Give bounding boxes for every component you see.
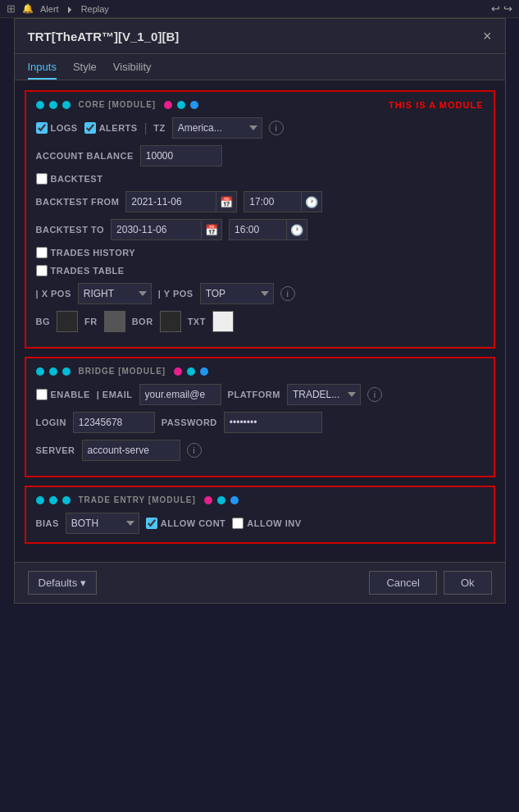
- pos-info-icon[interactable]: i: [280, 286, 295, 301]
- allow-cont-cb-wrap: ALLOW CONT: [146, 518, 226, 529]
- trades-history-cb-wrap: TRADES HISTORY: [36, 247, 136, 258]
- backtest-to-date-wrap: 📅: [111, 219, 222, 240]
- tz-select[interactable]: America... America/New_York UTC: [172, 117, 262, 139]
- tab-bar: Inputs Style Visibility: [15, 54, 505, 80]
- backtest-from-time-input[interactable]: [244, 191, 301, 212]
- email-input[interactable]: [139, 384, 221, 405]
- core-module-label: CORE [MODULE]: [79, 100, 157, 109]
- logs-checkbox[interactable]: [36, 122, 48, 134]
- backtest-to-time-input[interactable]: [229, 219, 286, 240]
- dialog-title: TRT[TheATR™][V_1_0][B]: [28, 30, 180, 43]
- platform-label: PLATFORM: [228, 390, 280, 399]
- backtest-from-row: BACKTEST FROM 📅 🕐: [36, 191, 484, 212]
- ypos-select[interactable]: TOP BOTTOM CENTER: [200, 283, 274, 304]
- backtest-from-label: BACKTEST FROM: [36, 197, 120, 207]
- clock-icon-to[interactable]: 🕐: [286, 219, 307, 240]
- alerts-label: ALERTS: [99, 123, 138, 133]
- te-dot-blue: [230, 496, 239, 504]
- trades-history-row: TRADES HISTORY: [36, 247, 484, 258]
- grid-icon: ⊞: [7, 2, 16, 15]
- replay-label: Replay: [81, 4, 109, 14]
- dot-cyan-2: [49, 101, 57, 109]
- account-balance-input[interactable]: [140, 145, 222, 167]
- alerts-checkbox[interactable]: [84, 122, 96, 134]
- dot-blue-1: [190, 101, 198, 109]
- bor-swatch[interactable]: [160, 311, 181, 332]
- allow-inv-checkbox[interactable]: [232, 518, 244, 529]
- footer-action-buttons: Cancel Ok: [369, 571, 491, 595]
- pipe-1: |: [144, 121, 148, 135]
- backtest-from-date-input[interactable]: [125, 191, 216, 212]
- bridge-enable-row: ENABLE | EMAIL PLATFORM TRADEL... MT4 MT…: [36, 384, 484, 405]
- alert-icon: 🔔: [22, 3, 34, 14]
- core-module-box: CORE [MODULE] THIS IS A MODULE LOGS ALER…: [25, 90, 495, 349]
- txt-swatch[interactable]: [212, 311, 234, 332]
- dot-cyan-1: [36, 101, 44, 109]
- bridge-dot-blue: [200, 367, 208, 376]
- allow-cont-checkbox[interactable]: [146, 518, 157, 529]
- ypos-label: | Y POS: [158, 289, 193, 299]
- replay-icon: ⏵: [66, 4, 75, 14]
- backtest-checkbox[interactable]: [36, 173, 48, 185]
- undo-btn[interactable]: ↩: [491, 2, 500, 15]
- trade-entry-module: TRADE ENTRY [MODULE] BIAS BOTH LONG SHOR…: [25, 486, 495, 544]
- te-dot-cyan-3: [62, 496, 71, 504]
- bridge-dot-cyan-4: [187, 367, 195, 376]
- colors-row: BG FR BOR TXT: [36, 311, 484, 332]
- dot-magenta-1: [164, 101, 172, 109]
- trade-entry-module-header: TRADE ENTRY [MODULE]: [36, 495, 484, 504]
- calendar-icon-to[interactable]: 📅: [201, 219, 222, 240]
- alert-label: Alert: [40, 4, 59, 14]
- cancel-button[interactable]: Cancel: [369, 571, 436, 595]
- fr-label: FR: [84, 317, 98, 326]
- server-info-icon[interactable]: i: [187, 443, 202, 458]
- clock-icon-from[interactable]: 🕐: [301, 191, 322, 212]
- backtest-to-label: BACKTEST TO: [36, 225, 105, 235]
- allow-cont-label: ALLOW CONT: [161, 518, 226, 528]
- platform-select[interactable]: TRADEL... MT4 MT5: [287, 384, 361, 405]
- trades-table-cb-wrap: TRADES TABLE: [36, 265, 125, 276]
- te-dot-cyan-1: [36, 496, 44, 504]
- bor-label: BOR: [132, 317, 153, 326]
- logs-label: LOGS: [51, 123, 78, 133]
- bias-select[interactable]: BOTH LONG SHORT: [66, 513, 139, 534]
- txt-label: TXT: [188, 317, 206, 326]
- defaults-button[interactable]: Defaults ▾: [28, 571, 98, 595]
- defaults-arrow: ▾: [80, 577, 86, 589]
- tab-style[interactable]: Style: [73, 54, 97, 80]
- calendar-icon-from[interactable]: 📅: [216, 191, 237, 212]
- trades-table-checkbox[interactable]: [36, 265, 48, 276]
- bridge-dot-cyan-1: [36, 367, 44, 376]
- server-input[interactable]: [82, 440, 180, 461]
- bg-swatch[interactable]: [57, 311, 78, 332]
- tz-info-icon[interactable]: i: [269, 121, 284, 135]
- tab-inputs[interactable]: Inputs: [28, 54, 57, 80]
- bridge-info-icon[interactable]: i: [367, 387, 382, 402]
- bridge-login-row: LOGIN PASSWORD: [36, 412, 484, 433]
- password-input[interactable]: [224, 412, 322, 433]
- trades-history-label: TRADES HISTORY: [51, 248, 136, 258]
- dialog-content: CORE [MODULE] THIS IS A MODULE LOGS ALER…: [15, 80, 505, 562]
- backtest-from-time-wrap: 🕐: [244, 191, 322, 212]
- backtest-to-row: BACKTEST TO 📅 🕐: [36, 219, 484, 240]
- tab-visibility[interactable]: Visibility: [113, 54, 152, 80]
- close-button[interactable]: ×: [483, 29, 492, 43]
- backtest-to-date-input[interactable]: [111, 219, 201, 240]
- fr-swatch[interactable]: [104, 311, 125, 332]
- backtest-to-time-wrap: 🕐: [229, 219, 307, 240]
- allow-inv-label: ALLOW INV: [247, 518, 301, 528]
- login-input[interactable]: [73, 412, 155, 433]
- allow-inv-cb-wrap: ALLOW INV: [232, 518, 301, 529]
- xpos-label: | X POS: [36, 289, 71, 299]
- enable-checkbox[interactable]: [36, 389, 48, 400]
- xpos-select[interactable]: RIGHT LEFT CENTER: [78, 283, 152, 304]
- dialog-footer: Defaults ▾ Cancel Ok: [15, 562, 505, 603]
- ok-button[interactable]: Ok: [444, 571, 492, 595]
- bridge-dot-magenta: [174, 367, 182, 376]
- bias-row: BIAS BOTH LONG SHORT ALLOW CONT ALLOW IN…: [36, 513, 484, 534]
- trades-history-checkbox[interactable]: [36, 247, 48, 258]
- dot-cyan-4: [177, 101, 185, 109]
- bridge-module-header: BRIDGE [MODULE]: [36, 367, 484, 376]
- account-balance-row: ACCOUNT BALANCE: [36, 145, 484, 167]
- redo-btn[interactable]: ↪: [503, 2, 512, 15]
